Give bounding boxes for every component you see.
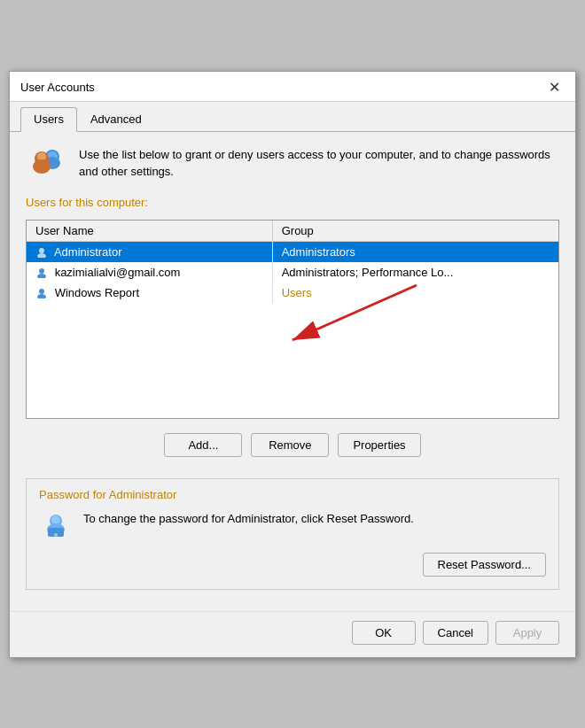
users-table-container: User Name Group Administrator Administra… bbox=[26, 220, 559, 419]
svg-line-14 bbox=[292, 285, 417, 340]
user-icon-small bbox=[35, 247, 48, 258]
bottom-bar: OK Cancel Apply bbox=[10, 611, 575, 657]
user-accounts-dialog: User Accounts ✕ Users Advanced bbox=[9, 71, 576, 658]
tab-advanced[interactable]: Advanced bbox=[77, 107, 155, 132]
user-icon-small bbox=[35, 267, 48, 278]
users-section-label: Users for this computer: bbox=[26, 196, 559, 209]
password-icon bbox=[39, 510, 73, 542]
add-button[interactable]: Add... bbox=[164, 433, 242, 457]
password-section: Password for Administrator To change the… bbox=[26, 478, 559, 590]
svg-point-11 bbox=[39, 289, 44, 294]
password-section-title: Password for Administrator bbox=[39, 488, 546, 501]
title-bar: User Accounts ✕ bbox=[10, 72, 575, 102]
arrow-indicator bbox=[239, 276, 434, 356]
info-row: Use the list below to grant or deny user… bbox=[26, 146, 559, 182]
ok-button[interactable]: OK bbox=[352, 621, 416, 645]
user-name-cell: Windows Report bbox=[27, 283, 272, 303]
table-header-row: User Name Group bbox=[27, 221, 558, 242]
col-header-group: Group bbox=[272, 221, 558, 242]
properties-button[interactable]: Properties bbox=[338, 433, 420, 457]
svg-point-9 bbox=[39, 268, 44, 274]
col-header-username: User Name bbox=[27, 221, 272, 242]
svg-point-12 bbox=[37, 294, 46, 298]
tabs-bar: Users Advanced bbox=[10, 102, 575, 132]
users-icon bbox=[26, 146, 68, 182]
info-text: Use the list below to grant or deny user… bbox=[79, 146, 559, 181]
password-row: To change the password for Administrator… bbox=[39, 510, 546, 542]
user-group-cell: Administrators bbox=[272, 241, 558, 262]
svg-point-6 bbox=[33, 159, 51, 174]
cancel-button[interactable]: Cancel bbox=[423, 621, 488, 645]
reset-password-btn-row: Reset Password... bbox=[39, 553, 546, 577]
user-name-cell: Administrator bbox=[27, 241, 272, 262]
close-button[interactable]: ✕ bbox=[543, 76, 565, 97]
user-icon-small bbox=[35, 288, 48, 298]
svg-point-8 bbox=[37, 253, 46, 258]
password-text: To change the password for Administrator… bbox=[83, 510, 546, 528]
remove-button[interactable]: Remove bbox=[251, 433, 329, 457]
svg-point-16 bbox=[51, 515, 60, 524]
dialog-content: Use the list below to grant or deny user… bbox=[10, 132, 575, 604]
apply-button: Apply bbox=[495, 621, 559, 645]
table-row[interactable]: Administrator Administrators bbox=[27, 241, 558, 262]
svg-point-7 bbox=[39, 248, 44, 253]
svg-point-10 bbox=[37, 274, 46, 278]
reset-password-button[interactable]: Reset Password... bbox=[423, 553, 547, 577]
tab-users[interactable]: Users bbox=[20, 107, 77, 132]
svg-point-19 bbox=[54, 533, 58, 537]
user-action-buttons: Add... Remove Properties bbox=[26, 430, 559, 464]
dialog-title: User Accounts bbox=[20, 81, 95, 94]
user-name-cell: kazimialialvi@gmail.com bbox=[27, 262, 272, 283]
